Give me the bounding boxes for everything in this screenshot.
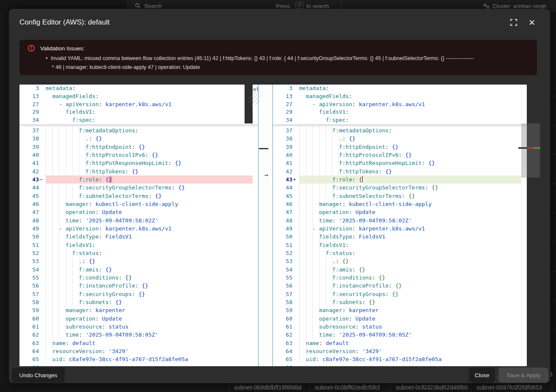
line-number[interactable]: 57	[19, 290, 39, 298]
line-number[interactable]: 56	[19, 282, 39, 290]
modified-code-area[interactable]: 37 f:metadataOptions:38 .: {}39 f:httpEn…	[273, 126, 527, 366]
code-line[interactable]: 65 uid: c8afe97e-38cc-4f91-a767-d15f2a8f…	[19, 355, 258, 363]
code-line[interactable]: 47 operation: Update	[19, 208, 258, 216]
line-number[interactable]: 42	[273, 167, 292, 175]
code-line[interactable]: 56 f:instanceProfile: {}	[273, 282, 527, 290]
code-line[interactable]: 39 f:httpEndpoint: {}	[19, 143, 258, 151]
code-line[interactable]: 51 fieldsV1:	[273, 241, 527, 249]
line-content[interactable]: f:status:	[46, 249, 253, 257]
line-content[interactable]: managedFields:	[299, 93, 521, 101]
code-line[interactable]: 54 f:amis: {}	[19, 266, 258, 274]
line-number[interactable]: 27	[273, 101, 292, 109]
line-number[interactable]: 34	[273, 116, 292, 124]
line-content[interactable]: time: '2025-09-04T09:58:05Z'	[46, 331, 253, 339]
line-content[interactable]: - apiVersion: karpenter.k8s.aws/v1	[299, 101, 521, 109]
line-number[interactable]: 66	[19, 364, 39, 366]
code-line[interactable]: 58 f:subnets: {}	[19, 298, 258, 306]
line-number[interactable]: 60	[19, 315, 39, 323]
code-line[interactable]: 62 time: '2025-09-04T09:58:05Z'	[273, 331, 527, 339]
code-line[interactable]: 59 manager: karpenter	[19, 306, 258, 314]
code-line[interactable]: 13 managedFields:	[273, 93, 527, 101]
line-number[interactable]: 52	[273, 249, 292, 257]
line-number[interactable]: 66	[273, 364, 292, 366]
line-number[interactable]: 43	[273, 175, 292, 184]
code-line[interactable]: 58 f:subnets: {}	[273, 298, 527, 306]
line-content[interactable]: f:amis: {}	[46, 266, 253, 274]
line-number[interactable]: 42	[19, 167, 39, 175]
code-line[interactable]: 42 f:httpTokens: {}	[19, 167, 258, 175]
line-content[interactable]: f:spec:	[299, 116, 521, 124]
line-content[interactable]: f:subnetSelectorTerms: {}	[299, 192, 521, 200]
code-line[interactable]: 50 fieldsType: FieldsV1	[273, 233, 527, 241]
close-button[interactable]: Close	[469, 367, 495, 383]
diff-pane-modified[interactable]: 37 f:metadataOptions:38 .: {}39 f:httpEn…	[273, 85, 527, 366]
line-content[interactable]: metadata:	[299, 85, 521, 93]
line-number[interactable]: 37	[273, 126, 292, 134]
code-line[interactable]: 53 .: {}	[273, 257, 527, 265]
line-content[interactable]: fieldsV1:	[299, 108, 521, 116]
code-line[interactable]: 37 f:metadataOptions:	[273, 126, 527, 134]
code-line[interactable]: 64 resourceVersion: '3429'	[19, 347, 258, 355]
code-line[interactable]: 57 f:securityGroups: {}	[273, 290, 527, 298]
code-line[interactable]: 55 f:conditions: {}	[273, 274, 527, 282]
line-number[interactable]: 39	[19, 143, 39, 151]
line-number[interactable]: 13	[19, 93, 39, 101]
code-line[interactable]: 66spec:	[19, 364, 258, 366]
line-content[interactable]: time: '2025-09-04T09:58:02Z'	[46, 217, 253, 225]
original-code-area[interactable]: 37 f:metadataOptions:38 .: {}39 f:httpEn…	[19, 126, 258, 366]
code-line[interactable]: 46 manager: kubectl-client-side-apply	[273, 200, 527, 208]
code-line[interactable]: 3metadata:	[273, 85, 527, 93]
line-number[interactable]: 61	[273, 323, 292, 331]
line-content[interactable]: time: '2025-09-04T09:58:02Z'	[299, 217, 521, 225]
code-line[interactable]: 40 f:httpProtocolIPv6: {}	[19, 151, 258, 159]
line-content[interactable]: spec:	[46, 364, 253, 366]
line-number[interactable]: 38	[19, 134, 39, 143]
code-line[interactable]: 29 fieldsV1:	[19, 108, 258, 116]
line-number[interactable]: 48	[273, 217, 292, 225]
line-number[interactable]: 39	[273, 143, 292, 151]
code-line[interactable]: 63 name: default	[273, 339, 527, 347]
line-content[interactable]: f:securityGroups: {}	[46, 290, 253, 298]
search-input[interactable]: Search	[144, 3, 162, 9]
line-content[interactable]: operation: Update	[46, 315, 253, 323]
line-number[interactable]: 40	[19, 151, 39, 159]
line-content[interactable]: name: default	[299, 339, 521, 347]
code-line[interactable]: 34 f:spec:	[273, 116, 527, 124]
line-number[interactable]: 63	[19, 339, 39, 347]
line-content[interactable]: manager: kubectl-client-side-apply	[299, 200, 521, 208]
line-number[interactable]: 41	[273, 159, 292, 167]
code-line[interactable]: 38 .: {}	[273, 134, 527, 143]
code-line[interactable]: 37 f:metadataOptions:	[19, 126, 258, 134]
line-number[interactable]: 46	[19, 200, 39, 208]
line-content[interactable]: resourceVersion: '3429'	[46, 347, 253, 355]
line-number[interactable]: 57	[273, 290, 292, 298]
line-content[interactable]: f:httpTokens: {}	[299, 167, 521, 175]
code-line[interactable]: 60 operation: Update	[273, 315, 527, 323]
code-line[interactable]: 41 f:httpPutResponseHopLimit: {}	[19, 159, 258, 167]
code-line[interactable]: 34 f:spec:	[19, 116, 258, 124]
code-line[interactable]: 48 time: '2025-09-04T09:58:02Z'	[19, 217, 258, 225]
line-content[interactable]: f:httpPutResponseHopLimit: {}	[299, 159, 521, 167]
line-content[interactable]: f:role: {	[299, 175, 521, 184]
line-content[interactable]: f:metadataOptions:	[46, 126, 253, 134]
code-line[interactable]: 56 f:instanceProfile: {}	[19, 282, 258, 290]
line-number[interactable]: 53	[273, 257, 292, 265]
line-number[interactable]: 65	[19, 355, 39, 363]
line-content[interactable]: metadata:	[46, 85, 253, 93]
line-content[interactable]: f:httpProtocolIPv6: {}	[46, 151, 253, 159]
line-number[interactable]: 50	[273, 233, 292, 241]
line-content[interactable]: fieldsType: FieldsV1	[46, 233, 253, 241]
line-content[interactable]: uid: c8afe97e-38cc-4f91-a767-d15f2a8fe05…	[46, 355, 253, 363]
line-number[interactable]: 64	[273, 347, 292, 355]
line-content[interactable]: resourceVersion: '3429'	[299, 347, 521, 355]
line-number[interactable]: 63	[273, 339, 292, 347]
line-content[interactable]: fieldsType: FieldsV1	[299, 233, 521, 241]
line-number[interactable]: 3	[273, 85, 292, 93]
line-number[interactable]: 51	[19, 241, 39, 249]
code-line[interactable]: 54 f:amis: {}	[273, 266, 527, 274]
line-number[interactable]: 38	[273, 134, 292, 143]
line-content[interactable]: f:conditions: {}	[46, 274, 253, 282]
line-number[interactable]: 45	[273, 192, 292, 200]
line-content[interactable]: - apiVersion: karpenter.k8s.aws/v1	[46, 225, 253, 233]
line-content[interactable]: .: {}	[46, 257, 253, 265]
